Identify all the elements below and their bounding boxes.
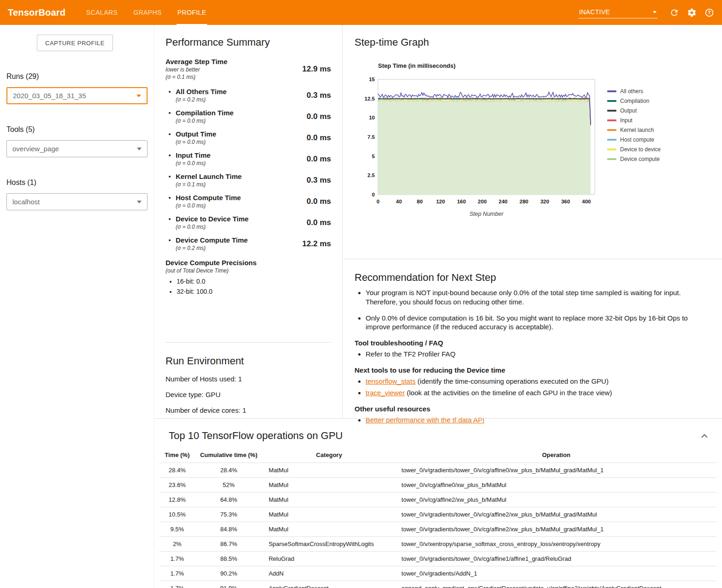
legend-item-all-others: All others [607,86,661,96]
top-ops-section: Top 10 TensorFlow operations on GPU Time… [154,418,722,588]
perf-items: All Others Time (σ = 0.2 ms) 0.3 ms Comp… [166,88,331,251]
settings-button[interactable] [685,6,698,19]
right-column: Step-time Graph Step Time (in millisecon… [343,25,722,418]
chevron-down-icon [137,201,142,203]
app-title: TensorBoard [0,0,85,25]
recommendation-title: Recommendation for Next Step [355,272,708,284]
metric-label: Device Compute Time [176,236,302,244]
table-cell: tower_0/v/cg/affine2/xw_plus_b/MatMul [396,493,716,507]
runs-select-value: 2020_03_05_18_31_35 [13,92,86,100]
tab-scalars[interactable]: SCALARS [85,0,118,25]
table-cell: 9.5% [159,522,195,537]
table-cell: 75.3% [195,507,262,522]
legend-color-swatch [607,158,616,160]
svg-text:10: 10 [369,115,375,120]
metric-label: Compilation Time [176,109,307,117]
svg-text:360: 360 [561,199,570,204]
legend-color-swatch [607,148,616,150]
table-cell: MatMul [262,463,396,478]
tools-select[interactable]: overview_page [6,140,148,157]
metric-value: 0.0 ms [307,112,331,121]
table-cell: ApplyGradientDescent [262,581,396,588]
hosts-select[interactable]: localhost [6,193,148,210]
table-cell: 1.7% [159,552,195,566]
precision-item: 32-bit: 100.0 [177,288,331,295]
legend-item-host-compute: Host compute [607,135,661,144]
recommendation-list: tensorflow_stats (identify the time-cons… [366,377,708,398]
svg-text:280: 280 [520,199,528,204]
precision-list: 16-bit: 0.032-bit: 100.0 [177,278,331,295]
step-time-chart[interactable]: 02.557.51012.515040801201602002402803203… [355,73,601,219]
table-cell: MatMul [262,493,396,507]
tab-profile[interactable]: PROFILE [177,0,207,25]
table-cell: 90.2% [195,566,262,581]
bullet-icon [169,176,171,178]
chart-area: Step Time (in milliseconds) 02.557.51012… [355,62,601,220]
chart-legend: All others Compilation Output Input Kern… [607,86,661,220]
table-row: 10.5%75.3%MatMultower_0/v/gradients/towe… [159,507,716,522]
table-cell: 1.7% [159,581,195,588]
tab-graphs[interactable]: GRAPHS [132,0,163,25]
env-line: Number of device cores: 1 [166,406,331,414]
table-row: 28.4%28.4%MatMultower_0/v/gradients/towe… [159,463,716,478]
collapse-section-button[interactable] [699,431,710,441]
svg-text:200: 200 [478,199,486,204]
table-cell: 28.4% [159,463,195,478]
chevron-down-icon [136,95,141,97]
tools-select-value: overview_page [12,145,59,153]
help-button[interactable]: ? [703,6,716,19]
divider [166,342,331,343]
table-cell: 52% [195,478,262,493]
link-tensorflow-stats[interactable]: tensorflow_stats [366,377,415,385]
main-content: Performance Summary Average Step Time lo… [154,25,722,588]
status-dropdown[interactable]: INACTIVE [578,6,657,18]
metric-sigma: (σ = 0.0 ms) [176,160,307,166]
table-row: 2%86.7%SparseSoftmaxCrossEntropyWithLogi… [159,537,716,552]
ops-header-row: Time (%)Cumulative time (%)CategoryOpera… [159,447,716,463]
chevron-up-icon [701,434,708,438]
capture-profile-button[interactable]: CAPTURE PROFILE [37,35,113,51]
metric-value: 0.0 ms [307,197,331,206]
link-trace-viewer[interactable]: trace_viewer [366,389,405,397]
precision-item: 16-bit: 0.0 [177,278,331,285]
topbar: TensorBoard SCALARSGRAPHSPROFILE INACTIV… [0,0,722,25]
table-cell: MatMul [262,478,396,493]
table-cell: tower_0/v/xentropy/sparse_softmax_cross_… [396,537,716,552]
divider [343,259,722,259]
table-cell: 12.8% [159,493,195,507]
recommendation-heading: Other useful resources [355,405,708,413]
table-cell: AddN [262,566,396,581]
perf-metric-output-time: Output Time (σ = 0.0 ms) 0.0 ms [166,130,331,145]
table-row: 1.7%88.5%ReluGradtower_0/v/gradients/tow… [159,552,716,566]
table-cell: tower_0/v/cg/affine0/xw_plus_b/MatMul [396,478,716,493]
legend-label: Device compute [620,156,660,162]
table-cell: 64.8% [195,493,262,507]
metric-sigma: (σ = 0.2 ms) [176,96,307,103]
metric-value: 0.0 ms [307,218,331,227]
perf-metric-device-to-device-time: Device to Device Time (σ = 0.0 ms) 0.0 m… [166,215,331,230]
svg-text:0: 0 [372,192,375,197]
table-cell: tower_0/v/gradients/AddN_1 [396,566,716,581]
recommendation-item: Refer to the TF2 Profiler FAQ [366,350,708,359]
recommendation-subsections: Tool troubleshooting / FAQ Refer to the … [355,339,708,424]
metric-label: Input Time [176,151,307,159]
svg-text:320: 320 [540,199,549,204]
legend-label: Output [620,107,637,114]
metric-sigma: (σ = 0.1 ms) [176,181,307,188]
table-cell: tower_0/v/gradients/tower_0/v/cg/affine0… [396,463,716,478]
refresh-button[interactable] [668,6,681,19]
table-cell: append_apply_gradient_ops/GradientDescen… [396,581,716,588]
recommendation-item: Only 0.0% of device computation is 16 bi… [366,314,708,332]
top-ops-title: Top 10 TensorFlow operations on GPU [169,430,343,442]
legend-label: Device to device [620,146,661,153]
legend-color-swatch [607,139,616,141]
bullet-icon [169,154,171,156]
recommendation-item: tensorflow_stats (identify the time-cons… [366,377,708,386]
runs-select[interactable]: 2020_03_05_18_31_35 [6,87,148,104]
topbar-right: INACTIVE ? [578,0,722,25]
legend-item-input: Input [607,115,661,125]
legend-label: All others [620,88,643,95]
metric-value: 12.9 ms [302,65,331,74]
perf-metric-host-compute-time: Host Compute Time (σ = 0.0 ms) 0.0 ms [166,194,331,209]
metric-value: 0.0 ms [307,154,331,164]
